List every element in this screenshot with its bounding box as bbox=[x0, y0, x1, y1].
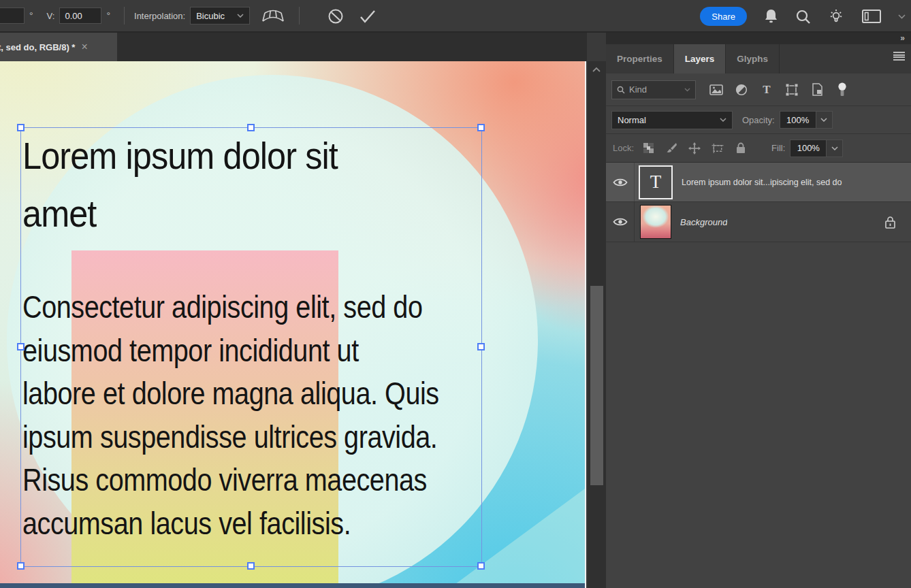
blend-mode-select[interactable]: Normal bbox=[611, 111, 733, 129]
transform-handle-top-center[interactable] bbox=[247, 124, 255, 131]
tab-properties[interactable]: Properties bbox=[606, 44, 674, 74]
filter-adjustment-icon[interactable] bbox=[735, 83, 748, 97]
scroll-up-icon[interactable] bbox=[592, 67, 601, 73]
lock-artboard-icon[interactable] bbox=[712, 142, 724, 154]
body-line: Consectetur adipiscing elit, sed do bbox=[22, 286, 439, 329]
panel-menu-icon[interactable] bbox=[893, 52, 905, 61]
eye-icon[interactable] bbox=[606, 202, 635, 242]
filter-toggle-icon[interactable] bbox=[835, 83, 849, 97]
v-skew-label: V: bbox=[47, 11, 55, 21]
search-icon[interactable] bbox=[795, 9, 811, 24]
lock-badge-icon[interactable] bbox=[884, 216, 896, 229]
document-tab-bar: t, sed do, RGB/8) * × bbox=[0, 33, 587, 61]
layer-row-background[interactable]: Background bbox=[606, 202, 911, 242]
bell-icon[interactable] bbox=[763, 8, 779, 24]
layers-panel-body: Kind bbox=[606, 74, 911, 588]
lock-row: Lock: bbox=[606, 134, 911, 163]
filter-shape-icon[interactable] bbox=[785, 83, 799, 97]
photoshop-window: 00 ° V: 0.00 ° Interpolation: Bicubic bbox=[0, 0, 911, 588]
chevron-down-icon bbox=[684, 88, 690, 92]
layer-filter-row: Kind bbox=[606, 74, 911, 106]
kind-filter-select[interactable]: Kind bbox=[611, 80, 696, 99]
eye-icon[interactable] bbox=[606, 163, 635, 201]
canvas-heading-text: Lorem ipsum dolor sit amet bbox=[22, 127, 372, 242]
lightbulb-icon[interactable] bbox=[827, 7, 845, 25]
body-line: eiusmod tempor incididunt ut bbox=[22, 329, 439, 373]
document-canvas[interactable]: Lorem ipsum dolor sit amet Consectetur a… bbox=[0, 61, 586, 588]
heading-line: amet bbox=[22, 184, 338, 242]
transform-handle-mid-right[interactable] bbox=[477, 343, 485, 350]
chevron-down-icon bbox=[237, 14, 244, 18]
tab-glyphs[interactable]: Glyphs bbox=[726, 44, 780, 74]
double-chevron-icon[interactable]: » bbox=[900, 33, 904, 43]
canvas-body-text: Consectetur adipiscing elit, sed do eius… bbox=[22, 286, 507, 545]
blend-mode-value: Normal bbox=[618, 115, 646, 125]
options-separator bbox=[124, 7, 125, 24]
interpolation-select[interactable]: Bicubic bbox=[190, 7, 250, 24]
transform-handle-mid-left[interactable] bbox=[17, 343, 25, 350]
panel-header-strip: » bbox=[606, 33, 911, 44]
background-bottom-strip bbox=[0, 583, 585, 588]
canvas-scrollbar[interactable] bbox=[588, 61, 606, 588]
transform-handle-top-right[interactable] bbox=[477, 124, 485, 131]
body-line: Risus commodo viverra maecenas bbox=[22, 459, 439, 502]
lock-icons bbox=[642, 142, 747, 154]
text-layer-thumbnail[interactable]: T bbox=[639, 165, 673, 199]
panel-tab-bar: Properties Layers Glyphs bbox=[606, 44, 911, 74]
filter-smartobject-icon[interactable] bbox=[810, 83, 824, 97]
tab-layers[interactable]: Layers bbox=[674, 44, 726, 74]
layer-filter-icons: T bbox=[709, 83, 849, 97]
transform-handle-bottom-center[interactable] bbox=[247, 562, 255, 570]
lock-transparent-icon[interactable] bbox=[642, 142, 654, 154]
fill-dropdown-button[interactable] bbox=[827, 140, 843, 157]
interpolation-value: Bicubic bbox=[196, 11, 225, 21]
lock-paint-icon[interactable] bbox=[665, 142, 677, 154]
document-tab[interactable]: t, sed do, RGB/8) * × bbox=[0, 33, 117, 61]
v-skew-value: 0.00 bbox=[65, 11, 82, 21]
transform-options-bar: 00 ° V: 0.00 ° Interpolation: Bicubic bbox=[0, 0, 911, 33]
fill-value: 100% bbox=[797, 143, 820, 153]
tablet-icon[interactable] bbox=[861, 8, 882, 24]
kind-filter-label: Kind bbox=[629, 84, 647, 95]
scrollbar-thumb[interactable] bbox=[590, 286, 603, 485]
layers-panel: » Properties Layers Glyphs Kind bbox=[606, 33, 911, 588]
h-degree-unit: ° bbox=[29, 10, 33, 21]
commit-transform-icon[interactable] bbox=[359, 7, 377, 25]
body-line: accumsan lacus vel facilisis. bbox=[22, 502, 439, 546]
layer-name[interactable]: Lorem ipsum dolor sit...ipiscing elit, s… bbox=[682, 178, 842, 187]
app-bar-right: Share bbox=[700, 0, 906, 33]
fill-field[interactable]: 100% bbox=[790, 140, 827, 157]
h-skew-field[interactable]: 00 bbox=[0, 7, 25, 24]
transform-handle-bottom-left[interactable] bbox=[17, 562, 25, 570]
filter-image-icon[interactable] bbox=[709, 83, 723, 97]
opacity-dropdown-button[interactable] bbox=[816, 111, 833, 129]
transform-handle-top-left[interactable] bbox=[17, 124, 25, 131]
document-tab-title: t, sed do, RGB/8) * bbox=[0, 42, 75, 52]
v-skew-field[interactable]: 0.00 bbox=[59, 7, 101, 24]
opacity-label: Opacity: bbox=[742, 115, 775, 125]
fill-label: Fill: bbox=[771, 143, 785, 153]
background-layer-thumbnail[interactable] bbox=[640, 205, 671, 239]
share-button[interactable]: Share bbox=[700, 7, 747, 26]
chevron-down-icon bbox=[720, 118, 726, 122]
v-degree-unit: ° bbox=[106, 10, 110, 21]
interpolation-label: Interpolation: bbox=[134, 11, 185, 21]
filter-type-icon[interactable]: T bbox=[760, 83, 773, 97]
lock-all-icon[interactable] bbox=[735, 142, 747, 154]
kind-search-icon bbox=[617, 86, 625, 94]
opacity-value: 100% bbox=[786, 115, 809, 125]
heading-line: Lorem ipsum dolor sit bbox=[22, 127, 338, 184]
warp-mode-icon[interactable] bbox=[259, 4, 287, 27]
transform-handle-bottom-right[interactable] bbox=[477, 562, 485, 570]
blend-mode-row: Normal Opacity: 100% bbox=[606, 106, 911, 134]
close-icon[interactable]: × bbox=[81, 41, 87, 53]
lock-label: Lock: bbox=[613, 143, 634, 153]
layer-row-text[interactable]: T Lorem ipsum dolor sit...ipiscing elit,… bbox=[606, 163, 911, 202]
layer-name[interactable]: Background bbox=[680, 217, 727, 227]
lock-position-icon[interactable] bbox=[688, 142, 701, 154]
body-line: ipsum suspendisse ultrices gravida. bbox=[22, 416, 439, 459]
chevron-down-icon[interactable] bbox=[898, 14, 906, 19]
opacity-field[interactable]: 100% bbox=[780, 111, 816, 129]
type-glyph: T bbox=[650, 172, 662, 193]
cancel-transform-icon[interactable] bbox=[327, 7, 345, 25]
